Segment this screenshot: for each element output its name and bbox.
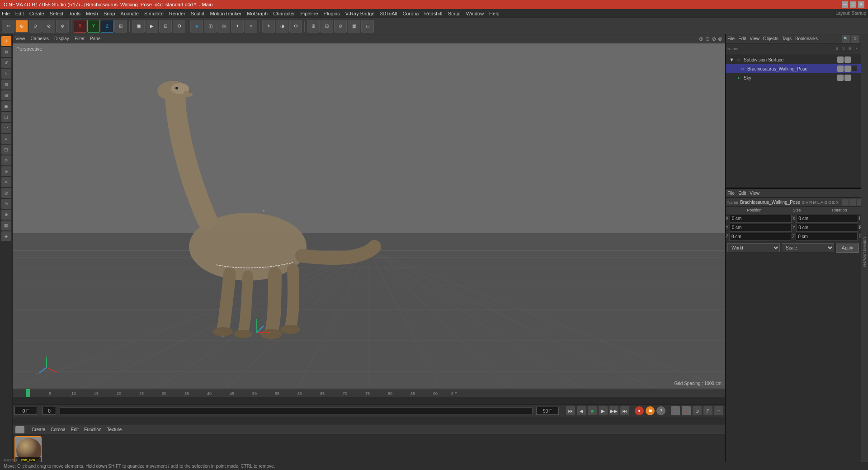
menu-tools[interactable]: Tools [69, 11, 80, 16]
keyframe-button[interactable]: ? [656, 406, 665, 415]
menu-animate[interactable]: Animate [121, 11, 139, 16]
tool-14[interactable]: ▦ [1, 221, 11, 230]
tool-9[interactable]: ⟳ [1, 155, 11, 165]
toolbar-render-coronarender[interactable]: ☀ [262, 20, 275, 33]
anim-settings-2[interactable]: P [703, 406, 712, 415]
play-button[interactable]: ▶ [599, 406, 608, 415]
letter-r[interactable]: R [809, 200, 812, 205]
letter-e[interactable]: E [832, 200, 835, 205]
toolbar-select-free[interactable]: ✦ [231, 20, 244, 33]
letter-v[interactable]: V [806, 200, 808, 205]
menu-simulate[interactable]: Simulate [144, 11, 164, 16]
tool-4[interactable]: ▣ [1, 101, 11, 111]
viewport-icon-3[interactable]: ⊘ [712, 36, 716, 42]
toolbar-mode-edges[interactable]: ⊘ [42, 20, 55, 33]
tool-scale[interactable]: ⊠ [1, 47, 11, 57]
viewport-display-menu[interactable]: Display [54, 36, 69, 41]
toolbar-mode-object[interactable]: ⊕ [15, 20, 28, 33]
letter-a[interactable]: A [821, 200, 823, 205]
menu-redshift[interactable]: Redshift [424, 11, 442, 16]
toolbar-lock[interactable]: ⊞ [114, 20, 127, 33]
anim-settings-3[interactable]: ≡ [714, 406, 723, 415]
maximize-button[interactable]: □ [850, 1, 856, 8]
toolbar-grid[interactable]: ⊞ [307, 20, 320, 33]
end-frame-input[interactable] [536, 407, 559, 415]
obj-vis-3[interactable] [837, 75, 844, 81]
menu-select[interactable]: Select [50, 11, 64, 16]
menu-help[interactable]: Help [489, 11, 500, 16]
obj-menu-file[interactable]: File [727, 36, 735, 41]
mat-menu-function[interactable]: Function [84, 427, 101, 432]
letter-d[interactable]: D [828, 200, 831, 205]
viewport[interactable]: Perspective Y X Z Grid Spacing : 1000 cm [13, 43, 725, 389]
menu-corona[interactable]: Corona [402, 11, 419, 16]
mat-menu-corona[interactable]: Corona [51, 427, 66, 432]
menu-window[interactable]: Window [466, 11, 484, 16]
tool-13[interactable]: ⊗ [1, 210, 11, 220]
toolbar-mode-poly[interactable]: ⊗ [56, 20, 69, 33]
obj-render-3[interactable] [844, 75, 851, 81]
anim-settings-1[interactable]: ⊙ [693, 406, 702, 415]
coord-scale-select[interactable]: Scale Size [782, 243, 834, 252]
coord-menu-view[interactable]: View [750, 191, 760, 196]
close-button[interactable]: ✕ [858, 1, 864, 8]
apply-button[interactable]: Apply [836, 243, 859, 253]
stop-button[interactable]: ■ [588, 406, 597, 415]
toolbar-select-live[interactable]: ◈ [190, 20, 203, 33]
coord-z-size[interactable] [796, 233, 858, 241]
del-keyframe-button[interactable]: - [682, 406, 691, 415]
tool-7[interactable]: ≡ [1, 134, 11, 144]
menu-pipeline[interactable]: Pipeline [300, 11, 318, 16]
menu-3dtoall[interactable]: 3DToAll [380, 11, 397, 16]
toolbar-select-poly[interactable]: ✧ [245, 20, 257, 33]
letter-x[interactable]: X [836, 200, 839, 205]
coord-y-size[interactable] [796, 224, 858, 232]
toolbar-snap-edge[interactable]: ▦ [348, 20, 360, 33]
menu-render[interactable]: Render [169, 11, 185, 16]
menu-file[interactable]: File [2, 11, 10, 16]
tool-6[interactable]: ⋯ [1, 123, 11, 133]
tool-15[interactable]: ◈ [1, 231, 11, 241]
toolbar-y-axis[interactable]: Y [87, 20, 100, 33]
obj-action-1[interactable] [842, 199, 849, 206]
obj-item-subdivision[interactable]: ▼ ⊞ Subdivision Surface [726, 55, 861, 64]
obj-menu-edit[interactable]: Edit [738, 36, 746, 41]
menu-motiontracker[interactable]: MotionTracker [210, 11, 241, 16]
tool-8[interactable]: ◱ [1, 145, 11, 155]
coord-z-pos[interactable] [729, 233, 791, 241]
obj-render-1[interactable] [844, 56, 851, 63]
play-reverse-button[interactable]: ◀ [577, 406, 586, 415]
coord-world-select[interactable]: World Object [727, 243, 780, 252]
letter-g[interactable]: G [824, 200, 827, 205]
menu-edit[interactable]: Edit [15, 11, 24, 16]
viewport-icon-4[interactable]: ⊗ [718, 36, 722, 42]
mat-menu-texture[interactable]: Texture [107, 427, 122, 432]
tool-select[interactable]: ↖ [1, 69, 11, 79]
toolbar-snap-vertex[interactable]: ⊙ [334, 20, 347, 33]
menu-sculpt[interactable]: Sculpt [191, 11, 205, 16]
coord-x-pos[interactable] [730, 215, 792, 223]
tool-11[interactable]: ◎ [1, 188, 11, 198]
toolbar-ipr[interactable]: ◑ [276, 20, 288, 33]
viewport-icon-2[interactable]: ⊙ [705, 36, 710, 42]
menu-plugins[interactable]: Plugins [324, 11, 340, 16]
coord-menu-file[interactable]: File [727, 191, 735, 196]
mat-menu-create[interactable]: Create [32, 427, 45, 432]
frame-input-box[interactable] [42, 407, 56, 415]
toolbar-mode-points[interactable]: ⊙ [29, 20, 42, 33]
viewport-cameras-menu[interactable]: Cameras [31, 36, 49, 41]
timeline-track[interactable] [13, 397, 725, 404]
toolbar-snap-grid[interactable]: ⊟ [321, 20, 333, 33]
obj-action-2[interactable] [849, 199, 856, 206]
toolbar-z-axis[interactable]: Z [101, 20, 113, 33]
tool-move[interactable]: ✛ [1, 36, 11, 46]
menu-vraybridge[interactable]: V-Ray Bridge [345, 11, 375, 16]
obj-vis-2[interactable] [837, 66, 844, 72]
right-sidebar-tab[interactable]: Content Browser [861, 34, 868, 470]
toolbar-render-settings[interactable]: ⚙ [173, 20, 185, 33]
toolbar-settings-corona[interactable]: ⚙ [289, 20, 302, 33]
add-keyframe-button[interactable]: + [671, 406, 680, 415]
goto-start-button[interactable]: ⏮ [566, 406, 575, 415]
obj-menu-view[interactable]: View [750, 36, 760, 41]
toolbar-render-view[interactable]: ▶ [146, 20, 158, 33]
